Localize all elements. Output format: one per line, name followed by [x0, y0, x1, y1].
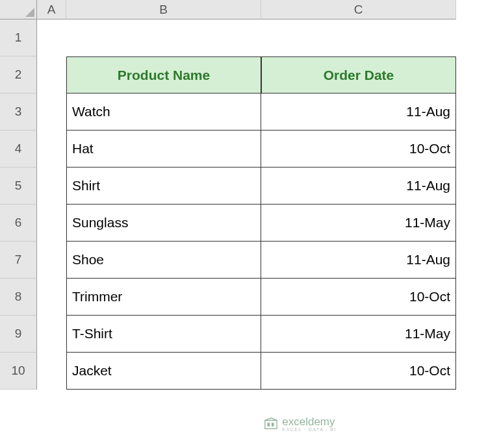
select-all-corner[interactable]	[0, 0, 37, 19]
cell-date-3[interactable]: 11-May	[261, 205, 456, 242]
watermark: exceldemy EXCEL · DATA · BI	[264, 416, 337, 432]
svg-rect-2	[272, 423, 274, 427]
col-header-c[interactable]: C	[261, 0, 456, 19]
watermark-sub: EXCEL · DATA · BI	[282, 427, 337, 432]
watermark-brand: exceldemy	[282, 416, 337, 427]
cell-date-7[interactable]: 10-Oct	[261, 353, 456, 390]
row-header-5[interactable]: 5	[0, 168, 37, 205]
cell-date-5[interactable]: 10-Oct	[261, 279, 456, 316]
cell-a6[interactable]	[37, 205, 66, 242]
cell-a2[interactable]	[37, 56, 66, 93]
row-header-9[interactable]: 9	[0, 316, 37, 353]
svg-rect-1	[268, 423, 270, 427]
cell-a5[interactable]	[37, 168, 66, 205]
cell-product-3[interactable]: Sunglass	[66, 205, 261, 242]
row-header-7[interactable]: 7	[0, 242, 37, 279]
row-header-2[interactable]: 2	[0, 56, 37, 93]
cell-product-7[interactable]: Jacket	[66, 353, 261, 390]
cell-product-5[interactable]: Trimmer	[66, 279, 261, 316]
cell-product-0[interactable]: Watch	[66, 93, 261, 131]
cell-a10[interactable]	[37, 353, 66, 390]
cell-a4[interactable]	[37, 131, 66, 168]
col-header-a[interactable]: A	[37, 0, 66, 19]
cell-c1[interactable]	[261, 19, 456, 56]
cell-product-2[interactable]: Shirt	[66, 168, 261, 205]
table-header-product[interactable]: Product Name	[66, 56, 261, 93]
cell-a7[interactable]	[37, 242, 66, 279]
cell-product-1[interactable]: Hat	[66, 131, 261, 168]
row-header-4[interactable]: 4	[0, 131, 37, 168]
cell-date-4[interactable]: 11-Aug	[261, 242, 456, 279]
cell-product-6[interactable]: T-Shirt	[66, 316, 261, 353]
cell-a8[interactable]	[37, 279, 66, 316]
row-header-6[interactable]: 6	[0, 205, 37, 242]
cell-date-6[interactable]: 11-May	[261, 316, 456, 353]
cell-date-1[interactable]: 10-Oct	[261, 131, 456, 168]
cell-date-2[interactable]: 11-Aug	[261, 168, 456, 205]
cell-date-0[interactable]: 11-Aug	[261, 93, 456, 131]
row-header-8[interactable]: 8	[0, 279, 37, 316]
exceldemy-logo-icon	[264, 417, 278, 431]
table-header-date[interactable]: Order Date	[261, 56, 456, 93]
row-header-1[interactable]: 1	[0, 19, 37, 56]
cell-a1[interactable]	[37, 19, 66, 56]
row-header-3[interactable]: 3	[0, 93, 37, 131]
svg-rect-0	[265, 421, 277, 429]
cell-a9[interactable]	[37, 316, 66, 353]
cell-product-4[interactable]: Shoe	[66, 242, 261, 279]
col-header-b[interactable]: B	[66, 0, 261, 19]
cell-b1[interactable]	[66, 19, 261, 56]
row-header-10[interactable]: 10	[0, 353, 37, 390]
cell-a3[interactable]	[37, 93, 66, 131]
spreadsheet-grid: A B C 1 2 Product Name Order Date 3 Watc…	[0, 0, 499, 390]
